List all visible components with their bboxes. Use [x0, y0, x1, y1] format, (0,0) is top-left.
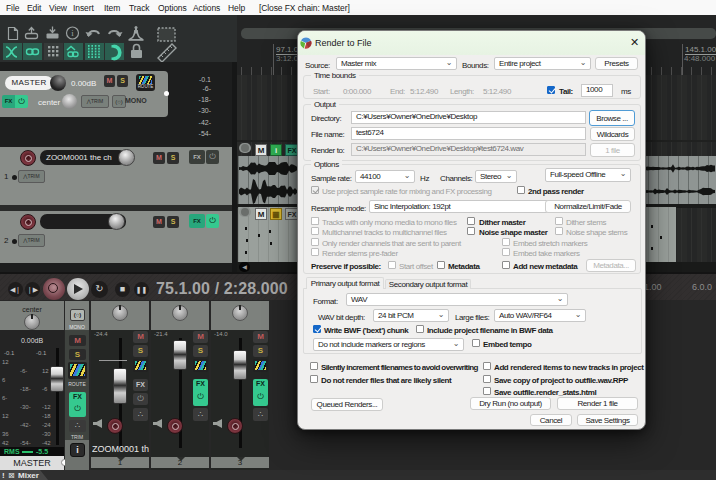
- svg-text:i: i: [71, 28, 74, 38]
